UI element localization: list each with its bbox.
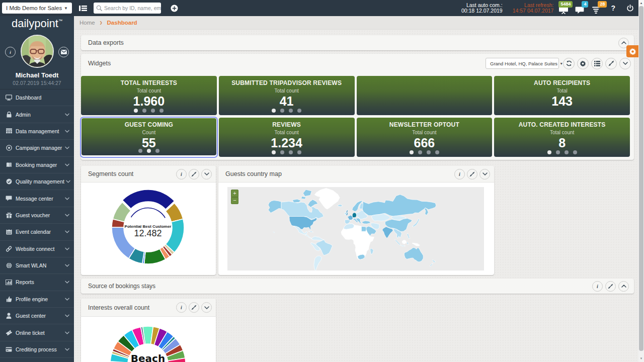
map-region-egypt[interactable] [361,226,366,231]
pagination-dot[interactable] [289,150,293,154]
sidebar-item-website-connect[interactable]: Website connect [0,241,74,257]
pagination-dot[interactable] [410,150,414,154]
widget-card-reviews[interactable]: REVIEWSTotal count1.234 [219,118,355,157]
widgets-expand-button[interactable] [605,58,617,69]
map-region-cuba[interactable] [308,231,313,232]
segments-donut-chart[interactable]: Potential Best Customer12.482 [81,183,216,275]
pagination-dot[interactable] [272,150,276,154]
map-region-turkey[interactable] [362,221,371,224]
widget-card-auto-created-interests[interactable]: AUTO. CREATED INTERESTSTotal count8 [494,118,630,157]
sidebar-item-data-management[interactable]: Data management [0,123,74,140]
sidebar-item-campaign-manager[interactable]: Campaign manager [0,140,74,156]
widget-card-submitted-tripadvisor-reviews[interactable]: SUBMITTED TRIPADVISOR REVIEWSTotal count… [219,76,355,115]
sidebar-item-admin[interactable]: Admin [0,106,74,123]
sidebar-item-crediting-process[interactable]: Crediting process [0,341,74,358]
account-selector[interactable]: I Mdb Demo for Sales ▼ [2,3,72,14]
sidebar-item-event-calendar[interactable]: Event calendar [0,224,74,240]
interests-collapse-button[interactable] [201,302,212,313]
hotel-selector[interactable]: Grand Hotel, HQ, Palace Suites ▼ [486,58,559,69]
widget-card-auto-recipients[interactable]: AUTO RECIPIENTSTotal143 [494,76,630,115]
pagination-dot[interactable] [134,109,138,113]
map-region-alaska[interactable] [268,201,281,213]
pagination-dot[interactable] [155,149,159,153]
sidebar-item-guest-voucher[interactable]: Guest voucher [0,207,74,224]
widgets-list-button[interactable] [591,58,603,69]
pagination-dot[interactable] [565,150,569,154]
pagination-dot[interactable] [280,109,284,113]
map-region-greenland[interactable] [314,188,340,209]
pagination-dot[interactable] [435,150,439,154]
source-info-button[interactable]: i [592,281,603,292]
sidebar-item-reports[interactable]: Reports [0,274,74,291]
widgets-settings-button[interactable] [577,58,589,69]
breadcrumb-home[interactable]: Home [79,20,95,26]
interests-info-button[interactable]: i [176,302,187,313]
scrollbar-up-icon[interactable]: ▲ [638,0,644,6]
sidebar-item-smart-wlan[interactable]: Smart WLAN [0,257,74,274]
map-region-new-guinea[interactable] [412,243,420,246]
pagination-dot[interactable] [547,150,551,154]
add-icon[interactable] [171,5,178,12]
scrollbar-down-icon[interactable]: ▼ [638,355,644,361]
map-region-france[interactable] [347,215,353,220]
presentation-button[interactable]: 5484 [558,7,569,14]
map-region-argentina[interactable] [314,256,322,270]
pagination-dot[interactable] [556,150,560,154]
page-scrollbar[interactable]: ▲ ▼ [638,0,644,362]
map-region-madagascar[interactable] [370,248,374,254]
pagination-dot[interactable] [427,150,431,154]
interests-donut-chart[interactable]: Beach [81,317,216,362]
widgets-refresh-button[interactable] [563,58,575,69]
map-region-ireland[interactable] [345,213,347,215]
pagination-dot[interactable] [151,109,155,113]
sidebar-item-online-ticket[interactable]: Online ticket [0,324,74,341]
map-info-button[interactable]: i [454,169,465,179]
widget-card-empty[interactable] [357,76,493,115]
pagination-dot[interactable] [138,149,142,153]
map-region-hawaii[interactable] [273,232,275,233]
settings-flyout-button[interactable] [626,45,638,57]
help-button[interactable]: ? [611,4,615,12]
sidebar-item-profile-engine[interactable]: Profile engine [0,291,74,308]
pagination-dot[interactable] [297,109,301,113]
map-expand-button[interactable] [467,169,477,179]
donut-slice[interactable] [112,227,135,258]
search-input[interactable] [104,5,161,11]
map-zoom-in-button[interactable]: + [231,190,238,197]
donut-slice[interactable] [122,190,175,209]
world-map[interactable]: + − [227,187,484,270]
map-region-central-america[interactable] [305,234,312,238]
pagination-dot[interactable] [159,109,164,113]
pagination-dot[interactable] [272,109,276,113]
segments-collapse-button[interactable] [201,169,212,179]
map-region-india[interactable] [382,227,393,238]
segments-expand-button[interactable] [189,169,199,179]
widgets-collapse-button[interactable] [619,58,631,69]
segments-info-button[interactable]: i [176,169,187,179]
sidebar-item-booking-manager[interactable]: Booking manager [0,157,74,173]
pagination-dot[interactable] [573,150,577,154]
global-search[interactable] [94,3,161,14]
source-collapse-button[interactable] [618,281,629,292]
avatar[interactable] [21,35,54,68]
source-expand-button[interactable] [605,281,616,292]
map-region-japan[interactable] [412,219,420,227]
map-collapse-button[interactable] [479,169,490,179]
map-region-new-zealand[interactable] [430,259,436,266]
tasks-button[interactable]: 28 [591,7,601,14]
widget-card-newsletter-optout[interactable]: NEWSLETTER OPTOUTTotal count666 [357,118,493,157]
sidebar-item-guest-center[interactable]: Guest center [0,308,74,324]
map-region-colombia-venezuela[interactable] [312,236,325,240]
pagination-dot[interactable] [142,109,146,113]
interests-expand-button[interactable] [189,302,199,313]
sidebar-item-message-center[interactable]: Message center [0,190,74,207]
sidebar-toggle-icon[interactable] [79,5,87,12]
sidebar-item-dashboard[interactable]: Dashboard [0,89,74,106]
pagination-dot[interactable] [297,150,301,154]
profile-info-button[interactable]: i [5,47,16,57]
pagination-dot[interactable] [289,109,293,113]
power-button[interactable] [626,5,634,12]
map-region-philippines[interactable] [407,233,410,239]
pagination-dot[interactable] [418,150,422,154]
scrollbar-thumb[interactable] [639,6,643,351]
